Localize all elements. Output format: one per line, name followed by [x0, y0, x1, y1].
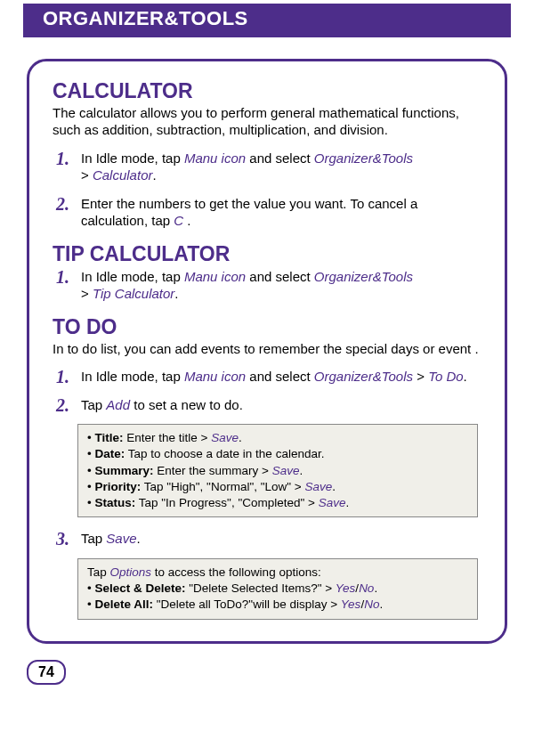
opt-label-delete-all: Delete All: [94, 597, 153, 611]
field-text: Tap to choose a date in the calendar. [125, 447, 324, 460]
step-number: 2. [56, 192, 69, 215]
step-text: Tap [81, 397, 106, 412]
keyword-todo: To Do [428, 369, 463, 384]
keyword-save: Save [304, 480, 332, 493]
chapter-header: ORGANIZER&TOOLS [23, 4, 511, 37]
section-title-tip-calculator: TIP CALCULATOR [53, 242, 481, 266]
keyword-manu-icon: Manu icon [184, 369, 246, 384]
opt-text: "Delete all ToDo?"will be display > [153, 597, 341, 611]
todo-step-2: 2. Tap Add to set a new to do. [53, 396, 481, 414]
step-text: . [464, 369, 467, 384]
todo-intro: In to do list, you can add events to rem… [53, 341, 481, 358]
keyword-manu-icon: Manu icon [184, 269, 246, 284]
step-number: 1. [56, 147, 69, 170]
todo-fields-box: • Title: Enter the title > Save. • Date:… [77, 424, 478, 517]
page-number: 74 [27, 660, 66, 685]
opt-text: . [379, 597, 383, 611]
step-text: . [137, 531, 141, 546]
manual-page: ORGANIZER&TOOLS CALCULATOR The calculato… [0, 0, 534, 703]
options-intro-line: Tap Options to access the following opti… [87, 565, 468, 581]
keyword-calculator: Calculator [93, 167, 153, 183]
step-text: In Idle mode, tap [81, 150, 184, 166]
field-label-date: Date: [94, 447, 125, 460]
field-priority-line: • Priority: Tap "High", "Normal", "Low" … [87, 479, 468, 495]
step-text: Tap [81, 531, 106, 546]
step-text: and select [246, 369, 314, 384]
step-text: > [81, 167, 93, 183]
tip-steps: 1. In Idle mode, tap Manu icon and selec… [53, 268, 481, 303]
todo-step-3: 3. Tap Save. [53, 530, 481, 548]
keyword-organizer-tools: Organizer&Tools [314, 150, 413, 166]
field-label-status: Status: [94, 496, 135, 509]
step-text: . [152, 167, 156, 183]
keyword-yes: Yes [341, 597, 361, 611]
keyword-no: No [364, 597, 379, 611]
field-text: Enter the title > [124, 431, 212, 444]
step-text: > [81, 286, 93, 301]
todo-steps: 1. In Idle mode, tap Manu icon and selec… [53, 368, 481, 413]
field-label-summary: Summary: [94, 464, 153, 477]
section-title-todo: TO DO [53, 315, 481, 339]
step-text: > [413, 369, 428, 384]
keyword-manu-icon: Manu icon [184, 150, 246, 166]
keyword-organizer-tools: Organizer&Tools [314, 369, 413, 384]
opt-text: . [374, 581, 377, 595]
field-text: . [332, 480, 336, 493]
keyword-save: Save [319, 496, 346, 509]
keyword-add: Add [106, 397, 130, 412]
field-text: . [299, 464, 303, 477]
keyword-c: C [174, 213, 183, 228]
step-text: Enter the numbers to get the value you w… [81, 196, 417, 229]
step-text: In Idle mode, tap [81, 369, 184, 384]
keyword-save: Save [272, 464, 300, 477]
field-text: Tap "In Progress", "Completed" > [135, 496, 318, 509]
field-status-line: • Status: Tap "In Progress", "Completed"… [87, 495, 468, 511]
delete-all-line: • Delete All: "Delete all ToDo?"will be … [87, 597, 468, 613]
field-text: Enter the summary > [154, 464, 272, 477]
keyword-save: Save [211, 431, 239, 444]
step-text: and select [246, 150, 314, 166]
content-card: CALCULATOR The calculator allows you to … [27, 59, 507, 644]
keyword-save: Save [106, 531, 136, 546]
select-delete-line: • Select & Delete: "Delete Selected Item… [87, 581, 468, 597]
calculator-step-1: 1. In Idle mode, tap Manu icon and selec… [53, 150, 481, 184]
field-summary-line: • Summary: Enter the summary > Save. [87, 463, 468, 479]
field-text: . [239, 431, 242, 444]
step-text: . [183, 213, 190, 228]
step-text: to set a new to do. [130, 397, 243, 412]
page-number-wrap: 74 [27, 660, 507, 685]
tip-step-1: 1. In Idle mode, tap Manu icon and selec… [53, 268, 481, 303]
field-label-priority: Priority: [94, 480, 141, 493]
step-text: and select [246, 269, 314, 284]
todo-options-box: Tap Options to access the following opti… [77, 558, 478, 620]
field-label-title: Title: [94, 431, 123, 444]
step-text: In Idle mode, tap [81, 269, 184, 284]
todo-steps-3: 3. Tap Save. [53, 530, 481, 548]
keyword-yes: Yes [336, 581, 356, 595]
field-date-line: • Date: Tap to choose a date in the cale… [87, 446, 468, 462]
keyword-options: Options [110, 565, 152, 579]
keyword-no: No [359, 581, 374, 595]
todo-step-1: 1. In Idle mode, tap Manu icon and selec… [53, 368, 481, 386]
section-title-calculator: CALCULATOR [53, 79, 481, 103]
keyword-tip-calculator: Tip Calculator [93, 286, 174, 301]
calculator-step-2: 2. Enter the numbers to get the value yo… [53, 195, 481, 230]
field-text: Tap "High", "Normal", "Low" > [141, 480, 304, 493]
step-text: . [174, 286, 178, 301]
step-number: 2. [56, 394, 69, 417]
step-number: 3. [56, 527, 69, 550]
field-text: . [345, 496, 349, 509]
field-title-line: • Title: Enter the title > Save. [87, 430, 468, 446]
step-number: 1. [56, 365, 69, 388]
calculator-intro: The calculator allows you to perform gen… [53, 105, 481, 139]
options-text: Tap [87, 565, 110, 579]
step-number: 1. [56, 265, 69, 289]
keyword-organizer-tools: Organizer&Tools [314, 269, 413, 284]
calculator-steps: 1. In Idle mode, tap Manu icon and selec… [53, 150, 481, 230]
opt-label-select-delete: Select & Delete: [94, 581, 185, 595]
opt-text: "Delete Selected Items?" > [186, 581, 336, 595]
options-text: to access the following options: [151, 565, 321, 579]
